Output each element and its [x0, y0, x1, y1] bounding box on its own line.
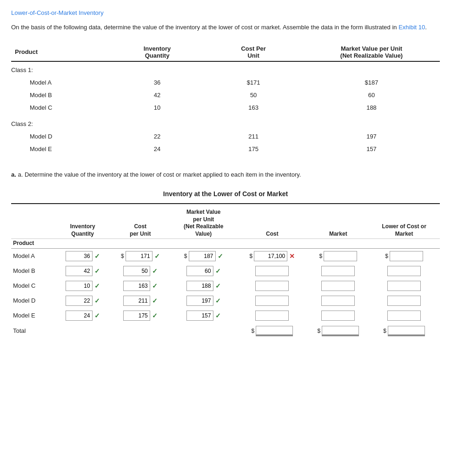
answer-model-c-lower-input[interactable] [387, 281, 421, 291]
answer-col-lower: Lower of Cost or Market [368, 208, 440, 239]
answer-model-c-cost-input[interactable] [123, 281, 150, 291]
answer-model-d-total-cost-cell [237, 293, 308, 308]
ref-col-product: Product [11, 43, 111, 61]
model-a-market: $187 [303, 76, 440, 89]
answer-model-d-label: Model D [11, 293, 55, 308]
answer-total-lower-input[interactable] [388, 326, 425, 336]
answer-model-a-total-market-wrap: $ [319, 251, 357, 261]
answer-total-cost-cell: $ [237, 323, 308, 338]
check-icon-a-qty: ✓ [94, 252, 100, 260]
model-a-qty: 36 [111, 76, 204, 89]
answer-model-e-lower-input[interactable] [387, 311, 421, 321]
answer-model-e-total-market-input[interactable] [321, 311, 355, 321]
model-c-label: Model C [11, 101, 111, 114]
answer-model-a-total-market-input[interactable] [324, 251, 357, 261]
answer-total-lower-cell: $ [368, 323, 440, 338]
answer-model-a-market-input[interactable] [189, 251, 216, 261]
answer-model-c-total-cost-input[interactable] [255, 281, 289, 291]
answer-col-market-total: Market [308, 208, 368, 239]
answer-model-e-total-cost-cell [237, 308, 308, 323]
answer-model-c-qty-input[interactable] [66, 281, 93, 291]
answer-model-e-total-cost-input[interactable] [255, 311, 289, 321]
table-row: Model A 36 $171 $187 [11, 76, 440, 89]
answer-row-model-d: Model D ✓ ✓ ✓ [11, 293, 440, 308]
answer-model-c-total-cost-cell [237, 278, 308, 293]
answer-model-a-market-wrap: $ ✓ [184, 251, 223, 261]
answer-total-row: Total $ $ $ [11, 323, 440, 338]
model-b-qty: 42 [111, 89, 204, 101]
dollar-sign-total-lower: $ [383, 328, 386, 334]
model-e-label: Model E [11, 143, 111, 155]
answer-model-a-qty-cell: ✓ [55, 248, 110, 264]
answer-model-c-cost-cell: ✓ [110, 278, 171, 293]
answer-model-d-qty-input[interactable] [66, 296, 93, 306]
check-icon-c-market: ✓ [215, 282, 221, 290]
answer-model-a-qty-input[interactable] [66, 251, 93, 261]
reference-table: Product Inventory Quantity Cost Per Unit… [11, 43, 440, 155]
answer-model-a-cost-cell: $ ✓ [110, 248, 171, 264]
answer-model-b-cost-cell: ✓ [110, 264, 171, 278]
answer-model-c-qty-cell: ✓ [55, 278, 110, 293]
answer-row-model-a: Model A ✓ $ ✓ $ ✓ [11, 248, 440, 264]
ref-col-market: Market Value per Unit (Net Realizable Va… [303, 43, 440, 61]
exhibit-link[interactable]: Exhibit 10 [398, 24, 425, 31]
model-b-label: Model B [11, 89, 111, 101]
answer-model-a-qty-input-wrap: ✓ [66, 251, 100, 261]
answer-model-d-total-market-cell [308, 293, 368, 308]
class-2-label: Class 2: [11, 114, 440, 130]
answer-model-a-lower-input[interactable] [390, 251, 423, 261]
answer-model-d-lower-cell [368, 293, 440, 308]
answer-model-c-lower-cell [368, 278, 440, 293]
ref-col-cost: Cost Per Unit [204, 43, 303, 61]
model-d-qty: 22 [111, 130, 204, 143]
answer-row-model-c: Model C ✓ ✓ ✓ [11, 278, 440, 293]
dollar-sign-total-market: $ [317, 328, 320, 334]
answer-model-e-market-input[interactable] [186, 311, 213, 321]
answer-total-market-input[interactable] [322, 326, 359, 336]
answer-section-title: Inventory at the Lower of Cost or Market [11, 190, 440, 198]
model-c-market: 188 [303, 101, 440, 114]
answer-model-e-cost-input[interactable] [123, 311, 150, 321]
answer-model-d-cost-input[interactable] [123, 296, 150, 306]
answer-model-c-total-market-input[interactable] [321, 281, 355, 291]
answer-col-cost-unit: Cost per Unit [110, 208, 171, 239]
answer-model-a-lower-wrap: $ [385, 251, 423, 261]
answer-total-cost-input[interactable] [256, 326, 293, 336]
answer-model-c-market-input[interactable] [186, 281, 213, 291]
answer-model-c-market-cell: ✓ [171, 278, 237, 293]
check-icon-d-cost: ✓ [152, 297, 158, 304]
answer-model-a-lower-cell: $ [368, 248, 440, 264]
answer-model-d-market-input[interactable] [186, 296, 213, 306]
page-title: Lower-of-Cost-or-Market Inventory [11, 9, 440, 16]
answer-header-row: Inventory Quantity Cost per Unit Market … [11, 208, 440, 239]
check-icon-c-qty: ✓ [94, 282, 100, 290]
answer-model-b-lower-input[interactable] [387, 266, 421, 276]
answer-col-product [11, 208, 55, 239]
check-icon-e-qty: ✓ [94, 312, 100, 319]
answer-model-d-total-cost-input[interactable] [255, 296, 289, 306]
answer-model-d-market-cell: ✓ [171, 293, 237, 308]
answer-model-d-total-market-input[interactable] [321, 296, 355, 306]
answer-model-b-total-cost-input[interactable] [255, 266, 289, 276]
dollar-sign-a-total-cost: $ [250, 253, 253, 259]
answer-model-a-cost-input[interactable] [126, 251, 153, 261]
check-icon-b-market: ✓ [215, 267, 221, 275]
answer-model-a-total-cost-input[interactable] [254, 251, 287, 261]
answer-model-b-qty-input[interactable] [66, 266, 93, 276]
dollar-sign-a-cost: $ [121, 253, 124, 259]
check-icon-b-qty: ✓ [94, 267, 100, 275]
answer-col-inv-qty: Inventory Quantity [55, 208, 110, 239]
check-icon-b-cost: ✓ [152, 267, 158, 275]
check-icon-d-qty: ✓ [94, 297, 100, 304]
dollar-sign-a-lower: $ [385, 253, 388, 259]
answer-model-b-cost-input[interactable] [123, 266, 150, 276]
answer-model-b-market-input[interactable] [186, 266, 213, 276]
cross-icon-a-total-cost: ✕ [289, 252, 295, 260]
answer-model-e-qty-input[interactable] [66, 311, 93, 321]
answer-model-d-lower-input[interactable] [387, 296, 421, 306]
answer-col-market-unit: Market Value per Unit (Net Realizable Va… [171, 208, 237, 239]
answer-table-wrap: Inventory Quantity Cost per Unit Market … [11, 203, 440, 338]
check-icon-d-market: ✓ [215, 297, 221, 304]
answer-model-b-total-market-input[interactable] [321, 266, 355, 276]
answer-model-b-total-cost-cell [237, 264, 308, 278]
